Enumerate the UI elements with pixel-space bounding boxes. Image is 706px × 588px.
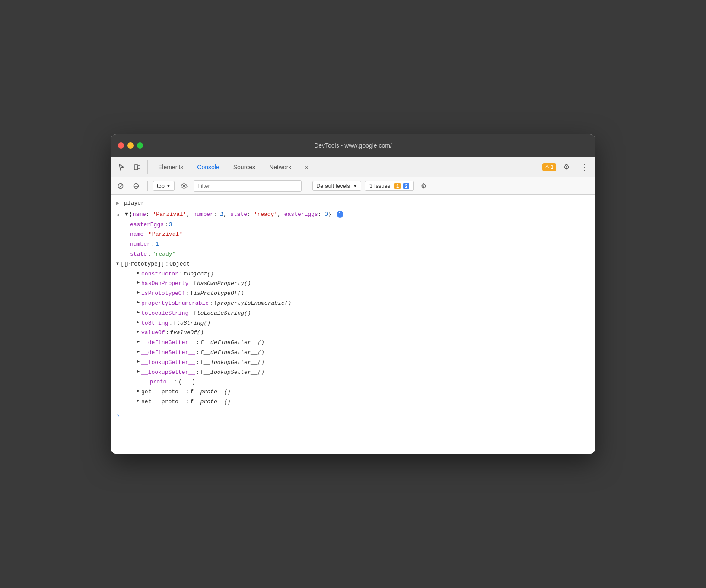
tabs: Elements Console Sources Network » <box>151 160 542 174</box>
prop-toLocaleString: ▶ toLocaleString: f toLocaleString() <box>116 309 590 319</box>
tab-sources[interactable]: Sources <box>226 160 262 174</box>
close-button[interactable] <box>118 142 124 149</box>
console-settings-button[interactable]: ⚙ <box>417 180 429 192</box>
toolbar-right: ⚠ 1 ⚙ ⋮ <box>542 160 592 174</box>
chevron-down-icon: ▼ <box>166 183 171 188</box>
expand-arrow-player[interactable]: ▶ <box>116 199 121 208</box>
expand-defineGetter[interactable]: ▶ <box>137 338 140 348</box>
prop-propertyIsEnumerable: ▶ propertyIsEnumerable: f propertyIsEnum… <box>116 299 590 309</box>
info-circle-icon: i <box>337 211 343 218</box>
expand-toString[interactable]: ▶ <box>137 319 140 328</box>
info-count-badge: 2 <box>403 183 409 189</box>
prop-easterEggs: easterEggs: 3 <box>116 220 590 230</box>
prop-toString: ▶ toString: f toString() <box>116 319 590 329</box>
divider <box>147 181 148 191</box>
prop-defineSetter: ▶ __defineSetter__: f __defineSetter__() <box>116 348 590 358</box>
console-cursor-icon: › <box>116 411 120 420</box>
svg-rect-0 <box>134 165 138 170</box>
prop-state: state: "ready" <box>116 250 590 259</box>
warning-icon-small: ⚠ <box>545 164 549 170</box>
prop-valueOf: ▶ valueOf: f valueOf() <box>116 328 590 338</box>
obj-summary: {name: 'Parzival', number: 1, state: 're… <box>129 210 343 219</box>
divider2 <box>307 181 307 191</box>
prop-name: name: "Parzival" <box>116 230 590 240</box>
expand-hasOwnProperty[interactable]: ▶ <box>137 279 140 288</box>
tab-console[interactable]: Console <box>190 160 226 174</box>
prop-isPrototypeOf: ▶ isPrototypeOf: f isPrototypeOf() <box>116 289 590 299</box>
expand-get-proto[interactable]: ▶ <box>137 388 140 397</box>
prop-number: number: 1 <box>116 240 590 250</box>
object-summary-line: ◀ ▼ {name: 'Parzival', number: 1, state:… <box>116 209 590 220</box>
eye-button[interactable] <box>178 180 190 192</box>
prop-get-proto: ▶ get __proto__: f __proto__() <box>116 387 590 397</box>
console-body: ▶ player ◀ ▼ {name: 'Parzival', number: … <box>111 195 595 454</box>
expand-set-proto[interactable]: ▶ <box>137 398 140 407</box>
prop-proto: __proto__: (...) <box>116 377 590 387</box>
player-log-line: ▶ player <box>116 198 590 209</box>
expand-lookupGetter[interactable]: ▶ <box>137 358 140 367</box>
main-toolbar: Elements Console Sources Network » ⚠ 1 ⚙… <box>111 157 595 177</box>
prototype-line: ▼ [[Prototype]]: Object <box>116 259 590 269</box>
expand-defineSetter[interactable]: ▶ <box>137 348 140 357</box>
prop-constructor: ▶ constructor: f Object() <box>116 269 590 279</box>
cursor-line: › <box>116 409 590 422</box>
collapse-arrow[interactable]: ▼ <box>125 210 128 219</box>
gear-icon: ⚙ <box>421 182 426 190</box>
prop-lookupSetter: ▶ __lookupSetter__: f __lookupSetter__() <box>116 368 590 378</box>
window-title: DevTools - www.google.com/ <box>314 142 392 149</box>
minimize-button[interactable] <box>127 142 134 149</box>
expand-propertyIsEnumerable[interactable]: ▶ <box>137 299 140 308</box>
back-arrow: ◀ <box>116 210 125 219</box>
prop-defineGetter: ▶ __defineGetter__: f __defineGetter__() <box>116 338 590 348</box>
svg-line-3 <box>119 184 122 188</box>
svg-rect-1 <box>138 166 140 169</box>
clear-console-button[interactable] <box>114 180 127 192</box>
prop-lookupGetter: ▶ __lookupGetter__: f __lookupGetter__() <box>116 358 590 368</box>
traffic-lights <box>118 142 143 149</box>
prop-hasOwnProperty: ▶ hasOwnProperty: f hasOwnProperty() <box>116 279 590 289</box>
titlebar: DevTools - www.google.com/ <box>111 134 595 157</box>
tab-network[interactable]: Network <box>262 160 298 174</box>
default-levels-button[interactable]: Default levels ▼ <box>312 181 361 191</box>
settings-button[interactable]: ⚙ <box>560 160 573 174</box>
expand-toLocaleString[interactable]: ▶ <box>137 309 140 318</box>
more-options-button[interactable]: ⋮ <box>577 161 592 174</box>
issues-count-display[interactable]: 3 Issues: 1 2 <box>365 181 414 191</box>
issues-badge[interactable]: ⚠ 1 <box>542 163 556 171</box>
device-toolbar-button[interactable] <box>130 160 144 174</box>
tab-more[interactable]: » <box>298 160 315 174</box>
expand-prototype[interactable]: ▼ <box>116 261 119 268</box>
filter-input[interactable] <box>194 180 302 192</box>
expand-valueOf[interactable]: ▶ <box>137 329 140 338</box>
maximize-button[interactable] <box>137 142 143 149</box>
context-selector[interactable]: top ▼ <box>153 181 175 191</box>
block-requests-button[interactable] <box>130 180 142 192</box>
player-label: player <box>124 199 144 208</box>
chevron-down-icon-levels: ▼ <box>353 183 357 188</box>
warn-count-badge: 1 <box>394 183 401 189</box>
prop-set-proto: ▶ set __proto__: f __proto__() <box>116 397 590 407</box>
toolbar-icons <box>114 160 148 174</box>
console-toolbar: top ▼ Default levels ▼ 3 Issues: 1 2 ⚙ <box>111 177 595 195</box>
expand-isPrototypeOf[interactable]: ▶ <box>137 289 140 298</box>
tab-elements[interactable]: Elements <box>151 160 190 174</box>
expand-constructor[interactable]: ▶ <box>137 270 140 279</box>
select-element-button[interactable] <box>114 160 128 174</box>
expand-lookupSetter[interactable]: ▶ <box>137 368 140 377</box>
devtools-window: DevTools - www.google.com/ Elements Cons… <box>111 134 595 454</box>
svg-point-6 <box>183 185 185 187</box>
